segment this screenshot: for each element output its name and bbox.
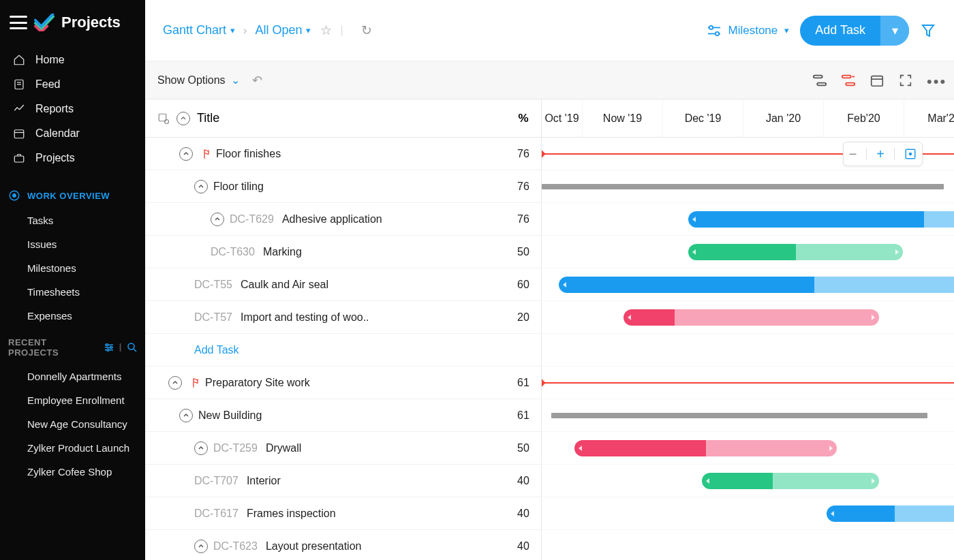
add-task-dropdown[interactable]: ▾ [880,16,909,46]
timeline-col: Jan '20 [743,99,824,137]
baseline-icon[interactable] [841,73,856,88]
task-bar[interactable] [702,473,879,489]
nav-label: Reports [35,103,74,115]
task-bar[interactable] [688,211,954,228]
show-options-toggle[interactable]: Show Options⌄ [157,74,240,87]
task-bar[interactable] [827,505,954,522]
summary-bar[interactable] [551,413,927,418]
svg-point-18 [709,25,712,29]
milestone-bar[interactable] [542,382,954,384]
fullscreen-icon[interactable] [898,73,913,88]
filter-icon[interactable] [920,22,936,39]
section-label: WORK OVERVIEW [27,191,110,201]
caret-down-icon: ▾ [230,25,235,35]
sidebar-item-milestones[interactable]: Milestones [0,256,145,280]
more-icon[interactable]: ••• [927,73,942,88]
search-icon[interactable] [126,341,138,354]
collapse-icon[interactable] [211,213,224,226]
milestone-icon [187,377,200,389]
gantt-row[interactable]: Floor tiling76 [145,170,541,203]
gantt-row[interactable]: DC-T259Drywall50 [145,432,541,465]
collapse-icon[interactable] [194,441,208,455]
summary-bar[interactable] [542,184,944,189]
nav-projects[interactable]: Projects [0,146,145,170]
config-icon[interactable] [157,112,170,125]
gantt-row[interactable]: DC-T55Caulk and Air seal60 [145,268,541,301]
title-col-label: Title [197,111,219,125]
chart-row [542,432,954,465]
section-work-overview[interactable]: WORK OVERVIEW [0,183,145,208]
refresh-icon[interactable]: ↻ [361,22,372,38]
collapse-icon[interactable] [168,376,182,390]
sidebar-item-issues[interactable]: Issues [0,232,145,256]
star-icon[interactable]: ☆ [320,22,332,38]
collapse-icon[interactable] [179,409,193,422]
gantt-row[interactable]: New Building61 [145,399,541,432]
nav-label: Home [35,54,65,66]
add-task-inline[interactable]: Add Task [194,344,239,356]
crumb-filter[interactable]: All Open ▾ [255,23,311,37]
gantt-row[interactable]: DC-T630Marking50 [145,236,541,268]
add-task-button[interactable]: Add Task ▾ [800,16,909,46]
percent-cell: 76 [506,181,541,193]
svg-rect-20 [814,75,822,78]
topbar: Gantt Chart ▾ › All Open ▾ ☆ | ↻ Milesto… [145,0,954,61]
gantt-row[interactable]: Floor finishes76 [145,138,541,170]
collapse-icon[interactable] [194,540,208,553]
options-bar: Show Options⌄ ↶ ••• [145,61,954,99]
gantt-row[interactable]: DC-T57Import and testing of woo..20 [145,301,541,334]
svg-point-13 [107,349,109,351]
gantt-row[interactable]: DC-T707Interior40 [145,465,541,497]
gantt-row[interactable]: Add Task [145,334,541,367]
undo-icon[interactable]: ↶ [252,73,262,88]
recent-project-item[interactable]: New Age Consultancy [0,412,145,436]
nav-feed[interactable]: Feed [0,72,145,97]
expand-all-icon[interactable] [176,112,190,125]
groupby-milestone[interactable]: Milestone ▾ [707,24,790,37]
hamburger-icon[interactable] [10,16,27,29]
recent-project-item[interactable]: Zylker Product Launch [0,436,145,460]
chart-row [542,465,954,497]
gantt-row[interactable]: DC-T623Layout presentation40 [145,530,541,560]
recent-project-item[interactable]: Employee Enrollment [0,388,145,412]
crumb-sep: › [243,25,247,37]
zoom-in-button[interactable]: + [876,146,884,162]
critical-path-icon[interactable] [812,73,827,88]
sidebar-item-expenses[interactable]: Expenses [0,304,145,328]
sidebar-item-tasks[interactable]: Tasks [0,208,145,232]
chart-row [542,530,954,560]
recent-project-item[interactable]: Zylker Cofee Shop [0,460,145,484]
overview-icon [8,189,20,202]
collapse-icon[interactable] [179,147,193,161]
chart-row [542,497,954,530]
svg-point-7 [13,194,16,198]
chart-row [542,334,954,367]
percent-cell: 40 [506,475,541,487]
nav-home[interactable]: Home [0,48,145,72]
nav-reports[interactable]: Reports [0,97,145,121]
sidebar-item-timesheets[interactable]: Timesheets [0,280,145,304]
svg-line-15 [134,349,136,352]
caret-down-icon: ▾ [306,25,311,35]
sliders-icon[interactable] [103,341,115,354]
recent-project-item[interactable]: Donnelly Apartments [0,364,145,388]
collapse-icon[interactable] [194,180,208,193]
chart-row [542,367,954,399]
zoom-out-button[interactable]: − [849,146,857,162]
task-bar[interactable] [559,277,954,293]
task-bar[interactable] [688,244,903,260]
zoom-fit-button[interactable] [904,148,917,160]
column-header: Title % [145,99,541,138]
gantt-row[interactable]: Preparatory Site work61 [145,367,541,399]
crumb-view[interactable]: Gantt Chart ▾ [163,23,235,37]
divider: | [340,25,343,37]
gantt-row[interactable]: DC-T617Frames inspection40 [145,497,541,530]
section-recent-projects[interactable]: RECENT PROJECTS | [0,330,145,364]
gantt-row[interactable]: DC-T629Adhesive application76 [145,203,541,236]
today-icon[interactable] [870,73,884,88]
task-bar[interactable] [574,440,837,456]
svg-point-29 [910,153,912,155]
task-bar[interactable] [624,309,879,326]
nav-calendar[interactable]: Calendar [0,121,145,146]
feed-icon [12,78,26,91]
